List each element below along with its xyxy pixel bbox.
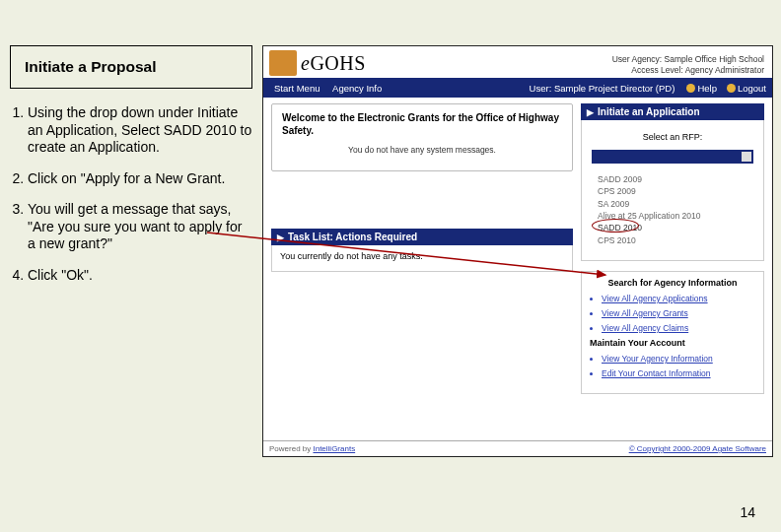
logout-icon: [727, 84, 736, 93]
footer-powered-label: Powered by: [269, 444, 313, 453]
maintain-head: Maintain Your Account: [590, 338, 755, 348]
search-head: Search for Agency Information: [590, 278, 755, 288]
tasklist-body: You currently do not have any tasks.: [271, 245, 573, 272]
menu-help[interactable]: Help: [697, 83, 717, 94]
rfp-option[interactable]: SA 2009: [598, 198, 753, 210]
link-view-claims[interactable]: View All Agency Claims: [602, 323, 755, 333]
app-brand: eGOHS: [301, 52, 366, 75]
link-view-applications[interactable]: View All Agency Applications: [602, 294, 755, 303]
welcome-title: Welcome to the Electronic Grants for the…: [282, 112, 562, 137]
header-user-info: User Agency: Sample Office High School A…: [612, 54, 764, 76]
chevron-right-icon: ▶: [587, 107, 594, 117]
step-3: You will get a message that says, "Are y…: [28, 201, 252, 253]
step-1: Using the drop down under Initiate an Ap…: [28, 104, 252, 157]
rfp-option[interactable]: CPS 2010: [598, 234, 753, 246]
link-view-agency-info[interactable]: View Your Agency Information: [602, 354, 755, 364]
app-header: eGOHS User Agency: Sample Office High Sc…: [263, 46, 772, 78]
footer-powered-link[interactable]: IntelliGrants: [313, 444, 355, 453]
menu-agency[interactable]: Agency Info: [327, 82, 387, 95]
rfp-option-list: SADD 2009 CPS 2009 SA 2009 Alive at 25 A…: [590, 171, 755, 250]
page-number: 14: [740, 504, 755, 520]
instruction-panel: Initiate a Proposal Using the drop down …: [10, 45, 252, 298]
search-panel: Search for Agency Information View All A…: [581, 271, 764, 394]
menu-user: User: Sample Project Director (PD): [530, 83, 675, 94]
tasklist-head: ▶ Task List: Actions Required: [271, 229, 573, 245]
step-list: Using the drop down under Initiate an Ap…: [10, 104, 252, 284]
help-icon: [686, 84, 695, 93]
menu-logout[interactable]: Logout: [738, 83, 766, 94]
step-4: Click "Ok".: [28, 267, 252, 285]
welcome-message: You do not have any system messages.: [282, 145, 562, 155]
rfp-dropdown[interactable]: [592, 150, 753, 164]
rfp-option[interactable]: CPS 2009: [598, 185, 753, 197]
footer-copyright[interactable]: © Copyright 2000-2009 Agate Software: [629, 444, 766, 453]
chevron-right-icon: ▶: [277, 233, 284, 242]
app-footer: Powered by IntelliGrants © Copyright 200…: [263, 440, 772, 456]
slide-title: Initiate a Proposal: [10, 45, 252, 89]
menu-start[interactable]: Start Menu: [269, 82, 324, 95]
app-logo-icon: [269, 50, 297, 76]
menubar: Start Menu Agency Info User: Sample Proj…: [263, 78, 772, 98]
rfp-option-sadd2010[interactable]: SADD 2010: [598, 222, 753, 233]
link-edit-contact[interactable]: Edit Your Contact Information: [602, 368, 755, 378]
step-2: Click on "Apply for a New Grant.: [28, 170, 252, 188]
rfp-option[interactable]: Alive at 25 Application 2010: [598, 210, 753, 222]
app-window: eGOHS User Agency: Sample Office High Sc…: [262, 45, 773, 457]
welcome-panel: Welcome to the Electronic Grants for the…: [271, 103, 573, 171]
select-rfp-label: Select an RFP:: [590, 126, 755, 146]
rfp-option[interactable]: SADD 2009: [598, 173, 753, 185]
link-view-grants[interactable]: View All Agency Grants: [602, 308, 755, 318]
initiate-panel: Select an RFP: SADD 2009 CPS 2009 SA 200…: [581, 120, 764, 261]
initiate-head: ▶ Initiate an Application: [581, 103, 764, 120]
